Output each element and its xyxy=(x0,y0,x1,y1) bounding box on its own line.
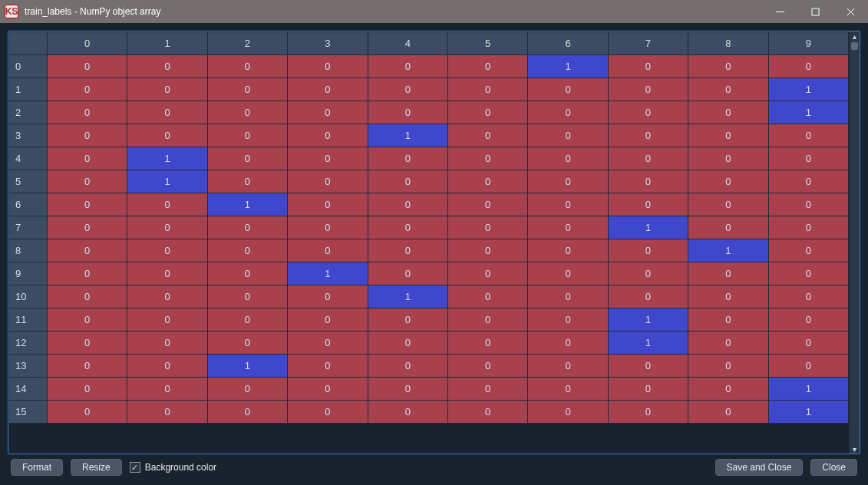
array-cell[interactable]: 0 xyxy=(447,262,527,285)
array-cell[interactable]: 1 xyxy=(608,308,688,332)
array-cell[interactable]: 0 xyxy=(207,239,287,262)
row-header[interactable]: 15 xyxy=(9,401,48,424)
scroll-up-arrow-icon[interactable]: ▴ xyxy=(850,31,860,41)
format-button[interactable]: Format xyxy=(11,459,63,476)
array-cell[interactable]: 0 xyxy=(528,308,608,332)
array-cell[interactable]: 0 xyxy=(288,285,368,308)
array-cell[interactable]: 0 xyxy=(368,378,447,401)
array-cell[interactable]: 0 xyxy=(688,262,768,285)
array-cell[interactable]: 0 xyxy=(688,332,768,355)
column-header[interactable]: 3 xyxy=(288,32,368,55)
column-header[interactable]: 0 xyxy=(48,32,127,55)
array-cell[interactable]: 0 xyxy=(288,401,368,424)
array-cell[interactable]: 0 xyxy=(288,378,368,401)
array-cell[interactable]: 0 xyxy=(688,124,768,147)
array-cell[interactable]: 0 xyxy=(288,216,368,239)
array-cell[interactable]: 0 xyxy=(608,378,688,401)
array-cell[interactable]: 1 xyxy=(688,239,768,262)
array-cell[interactable]: 0 xyxy=(48,101,127,124)
array-cell[interactable]: 0 xyxy=(48,124,127,147)
array-cell[interactable]: 0 xyxy=(608,239,688,262)
array-cell[interactable]: 0 xyxy=(768,55,848,78)
array-cell[interactable]: 0 xyxy=(447,147,527,170)
array-cell[interactable]: 0 xyxy=(288,239,368,262)
array-cell[interactable]: 0 xyxy=(288,124,368,147)
array-cell[interactable]: 0 xyxy=(688,216,768,239)
array-cell[interactable]: 0 xyxy=(368,78,447,101)
array-cell[interactable]: 0 xyxy=(608,101,688,124)
column-header[interactable]: 7 xyxy=(608,32,688,55)
array-cell[interactable]: 0 xyxy=(368,239,447,262)
array-cell[interactable]: 0 xyxy=(528,355,608,378)
array-cell[interactable]: 0 xyxy=(48,55,127,78)
array-cell[interactable]: 0 xyxy=(447,239,527,262)
resize-button[interactable]: Resize xyxy=(71,459,122,476)
array-cell[interactable]: 0 xyxy=(48,262,127,285)
array-cell[interactable]: 0 xyxy=(288,355,368,378)
array-cell[interactable]: 0 xyxy=(207,378,287,401)
array-cell[interactable]: 1 xyxy=(768,378,848,401)
scroll-down-arrow-icon[interactable]: ▾ xyxy=(850,444,860,454)
array-cell[interactable]: 0 xyxy=(447,193,527,216)
array-cell[interactable]: 0 xyxy=(528,216,608,239)
array-cell[interactable]: 0 xyxy=(368,170,447,193)
array-cell[interactable]: 0 xyxy=(768,216,848,239)
array-cell[interactable]: 0 xyxy=(608,55,688,78)
array-cell[interactable]: 0 xyxy=(288,332,368,355)
column-header[interactable]: 8 xyxy=(688,32,768,55)
array-cell[interactable]: 1 xyxy=(207,193,287,216)
column-header[interactable]: 5 xyxy=(447,32,527,55)
array-cell[interactable]: 0 xyxy=(447,401,527,424)
array-cell[interactable]: 1 xyxy=(127,170,207,193)
array-cell[interactable]: 0 xyxy=(288,55,368,78)
array-cell[interactable]: 0 xyxy=(127,216,207,239)
array-table[interactable]: 0123456789 00000001000100000000012000000… xyxy=(8,31,849,424)
row-header[interactable]: 0 xyxy=(9,55,48,78)
array-cell[interactable]: 1 xyxy=(528,55,608,78)
array-cell[interactable]: 0 xyxy=(688,401,768,424)
array-cell[interactable]: 0 xyxy=(48,239,127,262)
array-cell[interactable]: 0 xyxy=(207,401,287,424)
array-cell[interactable]: 0 xyxy=(368,308,447,332)
array-cell[interactable]: 0 xyxy=(288,101,368,124)
array-cell[interactable]: 0 xyxy=(688,308,768,332)
array-cell[interactable]: 0 xyxy=(48,170,127,193)
array-cell[interactable]: 0 xyxy=(608,401,688,424)
array-cell[interactable]: 0 xyxy=(127,285,207,308)
array-cell[interactable]: 0 xyxy=(447,78,527,101)
array-cell[interactable]: 0 xyxy=(447,378,527,401)
array-cell[interactable]: 0 xyxy=(48,401,127,424)
array-cell[interactable]: 1 xyxy=(608,332,688,355)
array-cell[interactable]: 0 xyxy=(48,216,127,239)
array-cell[interactable]: 0 xyxy=(688,55,768,78)
column-header[interactable]: 6 xyxy=(528,32,608,55)
array-cell[interactable]: 0 xyxy=(768,124,848,147)
close-window-button[interactable] xyxy=(833,0,868,23)
array-cell[interactable]: 0 xyxy=(608,78,688,101)
minimize-button[interactable] xyxy=(762,0,797,23)
array-cell[interactable]: 0 xyxy=(528,332,608,355)
array-cell[interactable]: 0 xyxy=(127,378,207,401)
column-header[interactable]: 4 xyxy=(368,32,447,55)
array-cell[interactable]: 0 xyxy=(528,124,608,147)
save-and-close-button[interactable]: Save and Close xyxy=(715,459,804,476)
maximize-button[interactable] xyxy=(797,0,833,23)
array-cell[interactable]: 0 xyxy=(207,147,287,170)
array-cell[interactable]: 0 xyxy=(207,124,287,147)
array-cell[interactable]: 0 xyxy=(768,332,848,355)
array-cell[interactable]: 0 xyxy=(768,170,848,193)
row-header[interactable]: 12 xyxy=(9,332,48,355)
array-cell[interactable]: 0 xyxy=(688,101,768,124)
column-header[interactable]: 9 xyxy=(768,32,848,55)
row-header[interactable]: 9 xyxy=(9,262,48,285)
array-cell[interactable]: 0 xyxy=(528,170,608,193)
row-header[interactable]: 14 xyxy=(9,378,48,401)
array-cell[interactable]: 1 xyxy=(207,355,287,378)
array-cell[interactable]: 1 xyxy=(768,401,848,424)
array-cell[interactable]: 0 xyxy=(528,285,608,308)
array-cell[interactable]: 0 xyxy=(368,193,447,216)
array-cell[interactable]: 0 xyxy=(688,78,768,101)
array-cell[interactable]: 0 xyxy=(528,78,608,101)
array-cell[interactable]: 0 xyxy=(48,78,127,101)
array-cell[interactable]: 0 xyxy=(127,78,207,101)
